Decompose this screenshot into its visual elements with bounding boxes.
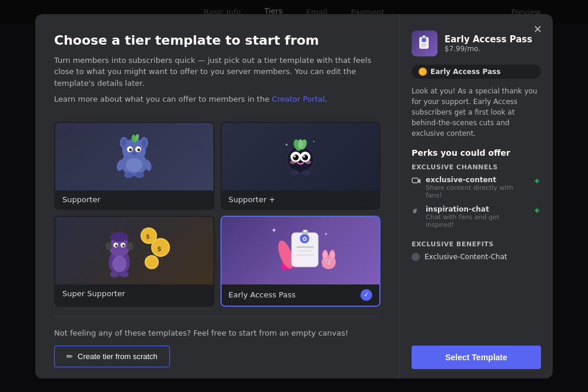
card-image-early-access: ✦ ✦ ✦ ✿ xyxy=(222,217,380,284)
add-channel-icon-2: ✦ xyxy=(533,205,541,216)
svg-point-78 xyxy=(327,262,330,264)
modal-container: ✕ Choose a tier template to start from T… xyxy=(35,14,553,378)
add-channel-icon-1: ✦ xyxy=(533,176,541,187)
bottom-section: Not feeling any of these templates? Feel… xyxy=(54,316,380,378)
svg-text:✿: ✿ xyxy=(302,236,307,242)
svg-point-73 xyxy=(330,252,334,259)
card-image-supporter-plus: ✦ ✦ xyxy=(222,123,380,190)
svg-point-26 xyxy=(293,155,296,158)
card-image-super-supporter: $ $ xyxy=(55,217,213,284)
exclusive-channels-label: Exclusive Channels xyxy=(412,163,541,171)
svg-point-28 xyxy=(290,160,296,164)
select-template-button[interactable]: Select Template xyxy=(412,346,541,369)
svg-point-27 xyxy=(303,155,305,158)
exclusive-benefits-label: Exclusive Benefits xyxy=(412,240,541,248)
svg-point-52 xyxy=(112,256,126,272)
svg-point-9 xyxy=(138,149,141,152)
channel-name-2: inspiration-chat xyxy=(426,205,529,213)
svg-point-4 xyxy=(122,139,126,147)
svg-point-29 xyxy=(305,160,311,164)
bottom-text: Not feeling any of these templates? Feel… xyxy=(54,329,380,337)
perks-heading: Perks you could offer xyxy=(412,148,541,158)
channel-icon-1 xyxy=(412,176,421,187)
modal-title: Choose a tier template to start from xyxy=(54,33,380,48)
svg-point-33 xyxy=(290,170,299,176)
select-button-container: Select Template xyxy=(412,336,541,378)
preview-header: Early Access Pass $7.99/mo. xyxy=(412,31,541,56)
pencil-icon: ✏ xyxy=(66,352,73,361)
svg-point-50 xyxy=(122,244,125,247)
benefit-item-1: Exclusive-Content-Chat xyxy=(412,253,541,261)
svg-point-24 xyxy=(293,155,299,160)
svg-text:#: # xyxy=(412,207,417,215)
svg-rect-45 xyxy=(106,243,112,250)
channel-icon-2: # xyxy=(412,206,421,217)
channel-desc-1: Share content directly with fans! xyxy=(426,184,529,199)
modal-desc1: Turn members into subscribers quick — ju… xyxy=(54,55,380,89)
svg-point-77 xyxy=(330,261,331,262)
svg-point-72 xyxy=(323,252,327,259)
svg-point-84 xyxy=(423,35,425,37)
template-card-supporter-label: Supporter xyxy=(55,190,213,209)
close-button[interactable]: ✕ xyxy=(530,22,544,36)
svg-point-49 xyxy=(115,244,118,247)
template-grid: Supporter ✦ ✦ xyxy=(54,122,380,307)
svg-rect-64 xyxy=(296,246,314,248)
preview-icon xyxy=(412,31,437,56)
channel-name-1: exclusive-content xyxy=(426,176,529,184)
svg-rect-86 xyxy=(412,178,418,183)
svg-point-10 xyxy=(131,152,137,155)
svg-point-32 xyxy=(298,139,303,149)
svg-text:✦: ✦ xyxy=(285,142,289,148)
channel-item-inspiration-chat: # inspiration-chat Chat with fans and ge… xyxy=(412,205,541,229)
svg-point-54 xyxy=(119,272,129,277)
template-card-early-access[interactable]: ✦ ✦ ✦ ✿ xyxy=(220,216,381,307)
svg-point-85 xyxy=(420,69,425,74)
badge-dot-icon xyxy=(419,68,427,76)
benefit-dot-icon xyxy=(412,253,420,261)
template-card-super-supporter[interactable]: $ $ xyxy=(54,216,215,307)
svg-point-42 xyxy=(146,256,158,268)
svg-point-15 xyxy=(126,158,142,172)
selected-check-icon: ✓ xyxy=(360,289,372,301)
svg-rect-81 xyxy=(421,44,427,45)
preview-title: Early Access Pass xyxy=(445,34,532,45)
svg-point-80 xyxy=(422,38,426,42)
right-panel: Early Access Pass $7.99/mo. Early Access… xyxy=(400,14,553,378)
svg-point-53 xyxy=(110,272,119,277)
left-panel: Choose a tier template to start from Tur… xyxy=(35,14,400,378)
template-card-supporter[interactable]: Supporter xyxy=(54,122,215,210)
card-image-supporter xyxy=(55,123,213,190)
svg-point-51 xyxy=(111,232,128,242)
svg-rect-46 xyxy=(127,243,133,250)
svg-text:$: $ xyxy=(146,233,150,240)
modal-overlay: ✕ Choose a tier template to start from T… xyxy=(0,0,588,392)
svg-point-17 xyxy=(135,172,144,178)
template-card-supporter-plus[interactable]: ✦ ✦ xyxy=(220,122,381,210)
channel-item-exclusive-content: exclusive-content Share content directly… xyxy=(412,176,541,199)
svg-rect-65 xyxy=(298,250,312,252)
svg-rect-66 xyxy=(296,254,314,256)
tier-badge: Early Access Pass xyxy=(412,65,541,79)
create-from-scratch-button[interactable]: ✏ Create tier from scratch xyxy=(54,346,170,367)
creator-portal-link[interactable]: Creator Portal xyxy=(272,95,325,103)
svg-text:✦: ✦ xyxy=(324,232,328,237)
svg-rect-82 xyxy=(421,46,426,47)
channel-desc-2: Chat with fans and get inspired! xyxy=(426,213,529,229)
benefit-name-1: Exclusive-Content-Chat xyxy=(425,253,507,261)
preview-title-group: Early Access Pass $7.99/mo. xyxy=(445,34,532,53)
modal-desc2: Learn more about what you can offer to m… xyxy=(54,93,380,105)
svg-point-16 xyxy=(124,172,133,178)
svg-point-76 xyxy=(326,261,328,262)
template-card-supporter-plus-label: Supporter + xyxy=(222,190,380,209)
badge-text: Early Access Pass xyxy=(430,68,500,76)
preview-description: Look at you! As a special thank you for … xyxy=(412,86,541,139)
svg-text:✦: ✦ xyxy=(271,226,277,234)
channel-info-2: inspiration-chat Chat with fans and get … xyxy=(426,205,529,229)
svg-point-5 xyxy=(142,139,146,147)
exclusive-benefits-section: Exclusive Benefits Exclusive-Content-Cha… xyxy=(412,240,541,266)
preview-price: $7.99/mo. xyxy=(445,45,532,53)
svg-text:✦: ✦ xyxy=(312,139,315,143)
svg-point-34 xyxy=(302,170,310,176)
template-card-early-access-label: Early Access Pass ✓ xyxy=(222,284,380,306)
